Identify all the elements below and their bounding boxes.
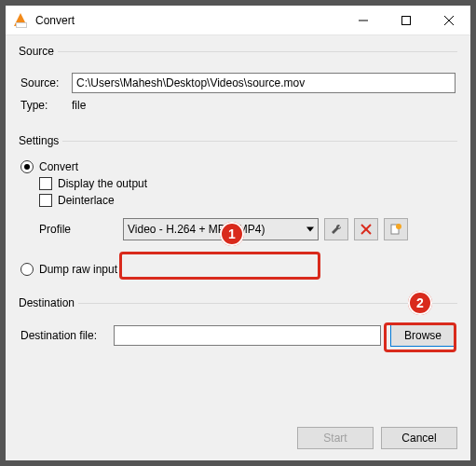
profile-value: Video - H.264 + MP3 (MP4) (128, 223, 265, 236)
new-doc-icon (389, 223, 402, 236)
x-icon (360, 224, 372, 235)
annotation-badge-1: 1 (220, 222, 244, 246)
svg-point-7 (396, 224, 401, 229)
checkbox-icon (39, 177, 52, 190)
window-title: Convert (35, 14, 342, 27)
display-output-checkbox[interactable]: Display the output (39, 177, 456, 190)
maximize-button[interactable] (385, 6, 428, 34)
annotation-badge-2: 2 (408, 291, 432, 315)
display-output-label: Display the output (58, 177, 147, 190)
start-label: Start (323, 432, 347, 445)
deinterlace-checkbox[interactable]: Deinterlace (39, 194, 456, 207)
convert-dialog: Convert Source Source: Type: file (5, 5, 471, 461)
close-button[interactable] (428, 6, 470, 34)
cancel-label: Cancel (401, 432, 436, 445)
destination-legend: Destination (19, 296, 78, 309)
settings-legend: Settings (19, 134, 62, 147)
dialog-body: Source Source: Type: file Settings Conve… (6, 35, 470, 419)
wrench-icon (330, 223, 343, 236)
start-button[interactable]: Start (297, 427, 374, 449)
type-label: Type: (20, 99, 72, 112)
svg-rect-1 (402, 16, 411, 24)
dump-raw-radio[interactable]: Dump raw input (20, 263, 456, 276)
vlc-cone-icon (13, 13, 28, 28)
source-label: Source: (20, 76, 72, 89)
settings-group: Settings Convert Display the output Dein… (19, 134, 457, 283)
dump-raw-label: Dump raw input (39, 263, 117, 276)
source-group: Source Source: Type: file (19, 45, 457, 121)
destination-label: Destination file: (20, 329, 114, 342)
deinterlace-label: Deinterlace (58, 194, 115, 207)
dialog-footer: Start Cancel (6, 419, 470, 460)
new-profile-button[interactable] (384, 218, 408, 240)
delete-profile-button[interactable] (354, 218, 378, 240)
radio-icon (20, 263, 34, 276)
cancel-button[interactable]: Cancel (381, 427, 457, 449)
minimize-button[interactable] (342, 6, 385, 34)
chevron-down-icon (306, 227, 314, 232)
checkbox-icon (39, 194, 52, 207)
window-controls (342, 6, 470, 34)
titlebar: Convert (6, 6, 470, 35)
convert-radio-label: Convert (39, 160, 78, 173)
radio-icon (20, 160, 34, 173)
profile-label: Profile (39, 223, 123, 236)
source-path-input[interactable] (72, 73, 456, 93)
browse-button[interactable]: Browse (390, 324, 456, 347)
convert-radio[interactable]: Convert (20, 160, 456, 173)
type-value: file (72, 99, 86, 112)
source-legend: Source (19, 45, 58, 58)
destination-group: Destination Destination file: Browse 2 (19, 296, 457, 360)
edit-profile-button[interactable] (324, 218, 348, 240)
destination-file-input[interactable] (114, 325, 381, 346)
browse-label: Browse (404, 329, 442, 342)
